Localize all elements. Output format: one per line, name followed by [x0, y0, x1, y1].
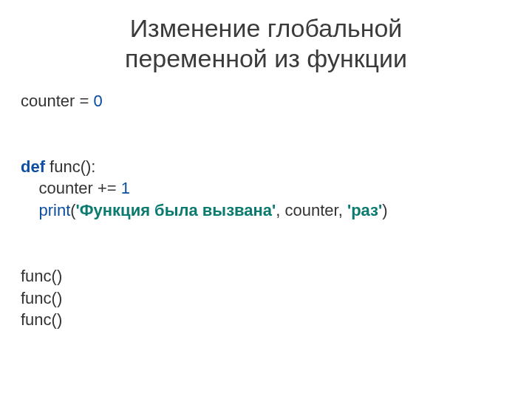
code-line-print: print('Функция была вызвана', counter, '…	[21, 201, 388, 219]
code-call-3: func()	[21, 310, 62, 329]
code-block: counter = 0 def func(): counter += 1 pri…	[21, 90, 511, 332]
code-call-2: func()	[21, 289, 62, 307]
title-line-2: переменной из функции	[125, 44, 407, 72]
slide-title: Изменение глобальной переменной из функц…	[21, 13, 511, 74]
code-line-def: def func():	[21, 157, 95, 176]
title-line-1: Изменение глобальной	[130, 14, 403, 42]
code-line-increment: counter += 1	[21, 179, 130, 197]
slide: Изменение глобальной переменной из функц…	[0, 0, 532, 399]
code-line-1: counter = 0	[21, 92, 103, 110]
code-call-1: func()	[21, 267, 62, 285]
